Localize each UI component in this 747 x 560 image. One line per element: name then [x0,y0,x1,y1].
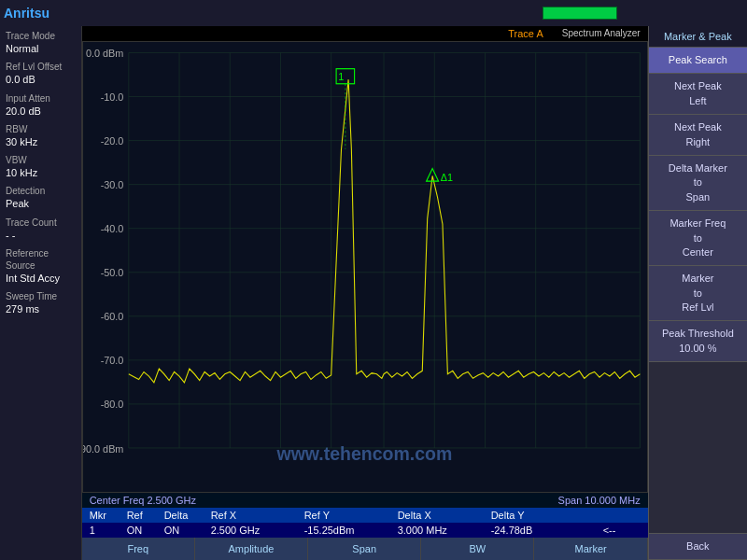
row-delta: ON [164,525,211,536]
svg-text:0.0 dBm: 0.0 dBm [86,48,123,59]
next-peak-left-button[interactable]: Next Peak Left [649,74,747,115]
main-layout: Trace Mode Normal Ref Lvl Offset 0.0 dB … [0,26,747,560]
app-logo: Anritsu [4,6,49,21]
col-delta: Delta [164,510,211,521]
input-atten: Input Atten 20.0 dB [6,92,76,118]
svg-text:1: 1 [338,71,344,82]
row-ref-y: -15.25dBm [304,525,398,536]
nav-bw[interactable]: BW [421,538,534,560]
vbw: VBW 10 kHz [6,154,76,179]
analyzer-label: Spectrum Analyzer [562,28,641,39]
row-nav-arrow: <-- [603,525,641,536]
row-ref: ON [127,525,164,536]
row-delta-x: 3.000 MHz [398,525,491,536]
chart-container: 0.0 dBm -10.0 -20.0 -30.0 -40.0 -50.0 -6… [82,41,648,493]
col-ref-y: Ref Y [304,510,398,521]
status-indicator [543,7,617,20]
right-panel-spacer [649,362,747,533]
marker-table-header: Mkr Ref Delta Ref X Ref Y Delta X Delta … [82,508,648,523]
svg-text:-90.0 dBm: -90.0 dBm [83,442,123,454]
marker-ref-lvl-button[interactable]: Marker to Ref Lvl [649,266,747,321]
svg-text:www.tehencom.com: www.tehencom.com [275,442,452,464]
col-arrow [603,510,641,521]
marker-table: Mkr Ref Delta Ref X Ref Y Delta X Delta … [82,508,648,538]
delta-marker-span-button[interactable]: Delta Marker to Span [649,156,747,211]
ref-source: Reference Source Int Std Accy [6,247,76,285]
svg-text:-70.0: -70.0 [100,355,123,366]
svg-text:-40.0: -40.0 [100,223,123,234]
col-ref: Ref [127,510,164,521]
center-panel: Trace A Spectrum Analyzer [82,26,648,560]
rbw: RBW 30 kHz [6,123,76,148]
trace-label: Trace A [508,28,543,39]
row-delta-y: -24.78dB [491,525,603,536]
nav-amplitude[interactable]: Amplitude [195,538,308,560]
svg-text:Δ1: Δ1 [440,172,452,183]
svg-text:-60.0: -60.0 [100,311,123,322]
svg-text:-10.0: -10.0 [100,91,123,103]
top-bar: Anritsu [0,0,747,26]
detection-peak: Detection Peak [6,185,76,210]
nav-freq[interactable]: Freq [82,538,195,560]
right-panel-title: Marker & Peak [649,26,747,48]
nav-span[interactable]: Span [308,538,421,560]
marker-freq-center-button[interactable]: Marker Freq to Center [649,211,747,266]
peak-search-button[interactable]: Peak Search [649,48,747,74]
right-panel: Marker & Peak Peak Search Next Peak Left… [648,26,747,560]
chart-svg: 0.0 dBm -10.0 -20.0 -30.0 -40.0 -50.0 -6… [83,42,647,492]
col-delta-y: Delta Y [491,510,603,521]
left-panel: Trace Mode Normal Ref Lvl Offset 0.0 dB … [0,26,82,560]
bottom-nav: Freq Amplitude Span BW Marker [82,538,648,560]
trace-mode: Trace Mode Normal [6,30,76,55]
ref-lvl-offset: Ref Lvl Offset 0.0 dB [6,61,76,86]
trace-header: Trace A Spectrum Analyzer [82,26,648,41]
col-mkr: Mkr [90,510,127,521]
row-ref-x: 2.500 GHz [211,525,304,536]
center-freq-label: Center Freq 2.500 GHz [90,495,196,506]
svg-rect-0 [83,42,647,492]
svg-text:-80.0: -80.0 [100,399,123,410]
col-ref-x: Ref X [211,510,304,521]
nav-marker[interactable]: Marker [534,538,647,560]
freq-span-bar: Center Freq 2.500 GHz Span 10.000 MHz [82,493,648,508]
sweep-time: Sweep Time 279 ms [6,290,76,315]
span-label: Span 10.000 MHz [558,495,641,506]
back-button[interactable]: Back [649,534,747,560]
next-peak-right-button[interactable]: Next Peak Right [649,115,747,156]
row-mkr: 1 [90,525,127,536]
trace-count: Trace Count - - [6,217,76,242]
svg-text:-50.0: -50.0 [100,267,123,278]
marker-table-row: 1 ON ON 2.500 GHz -15.25dBm 3.000 MHz -2… [82,523,648,538]
col-delta-x: Delta X [398,510,491,521]
peak-threshold-button[interactable]: Peak Threshold 10.00 % [649,321,747,362]
svg-text:-20.0: -20.0 [100,135,123,147]
svg-text:-30.0: -30.0 [100,179,123,190]
